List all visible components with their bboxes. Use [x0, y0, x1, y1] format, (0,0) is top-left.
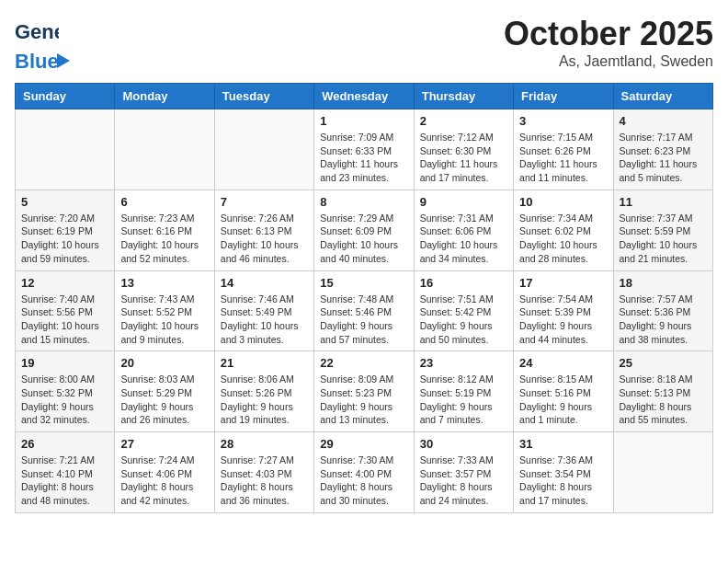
day-number: 23 [420, 356, 507, 370]
day-info: Sunrise: 8:15 AM Sunset: 5:16 PM Dayligh… [519, 373, 607, 427]
day-number: 25 [620, 356, 707, 370]
table-row [214, 109, 313, 190]
table-row: 24Sunrise: 8:15 AM Sunset: 5:16 PM Dayli… [514, 351, 613, 432]
day-info: Sunrise: 7:54 AM Sunset: 5:39 PM Dayligh… [519, 293, 607, 347]
day-info: Sunrise: 7:46 AM Sunset: 5:49 PM Dayligh… [221, 293, 308, 347]
day-info: Sunrise: 7:37 AM Sunset: 5:59 PM Dayligh… [620, 212, 707, 266]
day-number: 12 [21, 276, 108, 290]
day-number: 19 [21, 356, 108, 370]
day-number: 9 [420, 195, 507, 209]
day-info: Sunrise: 7:15 AM Sunset: 6:26 PM Dayligh… [519, 131, 607, 185]
day-info: Sunrise: 7:51 AM Sunset: 5:42 PM Dayligh… [420, 293, 507, 347]
title-area: October 2025 As, Jaemtland, Sweden [504, 15, 713, 70]
day-info: Sunrise: 7:17 AM Sunset: 6:23 PM Dayligh… [620, 131, 707, 185]
day-number: 10 [519, 195, 607, 209]
day-info: Sunrise: 7:34 AM Sunset: 6:02 PM Dayligh… [519, 212, 607, 266]
day-number: 14 [221, 276, 308, 290]
day-info: Sunrise: 8:06 AM Sunset: 5:26 PM Dayligh… [221, 373, 308, 427]
day-number: 18 [620, 276, 707, 290]
page-header: General Blue October 2025 As, Jaemtland,… [15, 15, 713, 74]
header-friday: Friday [514, 84, 613, 109]
day-info: Sunrise: 8:03 AM Sunset: 5:29 PM Dayligh… [120, 373, 208, 427]
table-row [16, 109, 115, 190]
day-number: 5 [21, 195, 108, 209]
header-tuesday: Tuesday [214, 84, 313, 109]
day-number: 8 [320, 195, 407, 209]
table-row: 23Sunrise: 8:12 AM Sunset: 5:19 PM Dayli… [414, 351, 513, 432]
day-number: 7 [221, 195, 308, 209]
table-row: 4Sunrise: 7:17 AM Sunset: 6:23 PM Daylig… [613, 109, 712, 190]
day-info: Sunrise: 7:30 AM Sunset: 4:00 PM Dayligh… [320, 454, 407, 508]
day-number: 4 [620, 114, 707, 128]
day-info: Sunrise: 7:33 AM Sunset: 3:57 PM Dayligh… [420, 454, 507, 508]
header-saturday: Saturday [613, 84, 712, 109]
day-number: 22 [320, 356, 407, 370]
table-row: 31Sunrise: 7:36 AM Sunset: 3:54 PM Dayli… [514, 432, 613, 513]
table-row: 9Sunrise: 7:31 AM Sunset: 6:06 PM Daylig… [414, 190, 513, 270]
svg-text:General: General [15, 20, 59, 43]
day-info: Sunrise: 7:20 AM Sunset: 6:19 PM Dayligh… [21, 212, 108, 266]
day-info: Sunrise: 7:43 AM Sunset: 5:52 PM Dayligh… [120, 293, 208, 347]
day-number: 2 [420, 114, 507, 128]
calendar-table: Sunday Monday Tuesday Wednesday Thursday… [15, 83, 713, 513]
day-info: Sunrise: 8:18 AM Sunset: 5:13 PM Dayligh… [620, 373, 707, 427]
page-subtitle: As, Jaemtland, Sweden [504, 53, 713, 70]
header-wednesday: Wednesday [314, 84, 414, 109]
day-number: 17 [519, 276, 607, 290]
day-info: Sunrise: 7:09 AM Sunset: 6:33 PM Dayligh… [320, 131, 407, 185]
table-row [115, 109, 214, 190]
calendar-week-row: 5Sunrise: 7:20 AM Sunset: 6:19 PM Daylig… [16, 190, 713, 270]
day-info: Sunrise: 7:21 AM Sunset: 4:10 PM Dayligh… [21, 454, 108, 508]
table-row: 17Sunrise: 7:54 AM Sunset: 5:39 PM Dayli… [514, 270, 613, 351]
table-row: 30Sunrise: 7:33 AM Sunset: 3:57 PM Dayli… [414, 432, 513, 513]
logo-icon: General [15, 15, 59, 48]
table-row: 12Sunrise: 7:40 AM Sunset: 5:56 PM Dayli… [16, 270, 115, 351]
svg-marker-2 [57, 53, 70, 68]
day-info: Sunrise: 8:12 AM Sunset: 5:19 PM Dayligh… [420, 373, 507, 427]
day-info: Sunrise: 7:40 AM Sunset: 5:56 PM Dayligh… [21, 293, 108, 347]
table-row: 20Sunrise: 8:03 AM Sunset: 5:29 PM Dayli… [115, 351, 214, 432]
day-number: 3 [519, 114, 607, 128]
table-row: 16Sunrise: 7:51 AM Sunset: 5:42 PM Dayli… [414, 270, 513, 351]
day-info: Sunrise: 7:24 AM Sunset: 4:06 PM Dayligh… [120, 454, 208, 508]
svg-text:Blue: Blue [15, 50, 59, 73]
day-number: 11 [620, 195, 707, 209]
day-info: Sunrise: 7:23 AM Sunset: 6:16 PM Dayligh… [120, 212, 208, 266]
day-info: Sunrise: 7:36 AM Sunset: 3:54 PM Dayligh… [519, 454, 607, 508]
day-info: Sunrise: 7:48 AM Sunset: 5:46 PM Dayligh… [320, 293, 407, 347]
day-info: Sunrise: 8:09 AM Sunset: 5:23 PM Dayligh… [320, 373, 407, 427]
calendar-week-row: 19Sunrise: 8:00 AM Sunset: 5:32 PM Dayli… [16, 351, 713, 432]
day-info: Sunrise: 8:00 AM Sunset: 5:32 PM Dayligh… [21, 373, 108, 427]
logo: General Blue [15, 15, 70, 74]
table-row: 15Sunrise: 7:48 AM Sunset: 5:46 PM Dayli… [314, 270, 414, 351]
day-info: Sunrise: 7:12 AM Sunset: 6:30 PM Dayligh… [420, 131, 507, 185]
day-number: 16 [420, 276, 507, 290]
day-number: 13 [120, 276, 208, 290]
day-number: 20 [120, 356, 208, 370]
table-row: 19Sunrise: 8:00 AM Sunset: 5:32 PM Dayli… [16, 351, 115, 432]
table-row: 7Sunrise: 7:26 AM Sunset: 6:13 PM Daylig… [214, 190, 313, 270]
day-number: 15 [320, 276, 407, 290]
day-number: 6 [120, 195, 208, 209]
day-info: Sunrise: 7:26 AM Sunset: 6:13 PM Dayligh… [221, 212, 308, 266]
day-info: Sunrise: 7:27 AM Sunset: 4:03 PM Dayligh… [221, 454, 308, 508]
table-row: 13Sunrise: 7:43 AM Sunset: 5:52 PM Dayli… [115, 270, 214, 351]
table-row: 8Sunrise: 7:29 AM Sunset: 6:09 PM Daylig… [314, 190, 414, 270]
calendar-week-row: 12Sunrise: 7:40 AM Sunset: 5:56 PM Dayli… [16, 270, 713, 351]
table-row: 5Sunrise: 7:20 AM Sunset: 6:19 PM Daylig… [16, 190, 115, 270]
header-monday: Monday [115, 84, 214, 109]
day-number: 26 [21, 437, 108, 451]
day-number: 29 [320, 437, 407, 451]
table-row: 3Sunrise: 7:15 AM Sunset: 6:26 PM Daylig… [514, 109, 613, 190]
calendar-header-row: Sunday Monday Tuesday Wednesday Thursday… [16, 84, 713, 109]
table-row: 21Sunrise: 8:06 AM Sunset: 5:26 PM Dayli… [214, 351, 313, 432]
table-row: 10Sunrise: 7:34 AM Sunset: 6:02 PM Dayli… [514, 190, 613, 270]
table-row: 14Sunrise: 7:46 AM Sunset: 5:49 PM Dayli… [214, 270, 313, 351]
table-row: 27Sunrise: 7:24 AM Sunset: 4:06 PM Dayli… [115, 432, 214, 513]
table-row: 29Sunrise: 7:30 AM Sunset: 4:00 PM Dayli… [314, 432, 414, 513]
table-row: 11Sunrise: 7:37 AM Sunset: 5:59 PM Dayli… [613, 190, 712, 270]
day-number: 30 [420, 437, 507, 451]
calendar-week-row: 26Sunrise: 7:21 AM Sunset: 4:10 PM Dayli… [16, 432, 713, 513]
table-row [613, 432, 712, 513]
logo-blue-icon: Blue [15, 48, 70, 74]
